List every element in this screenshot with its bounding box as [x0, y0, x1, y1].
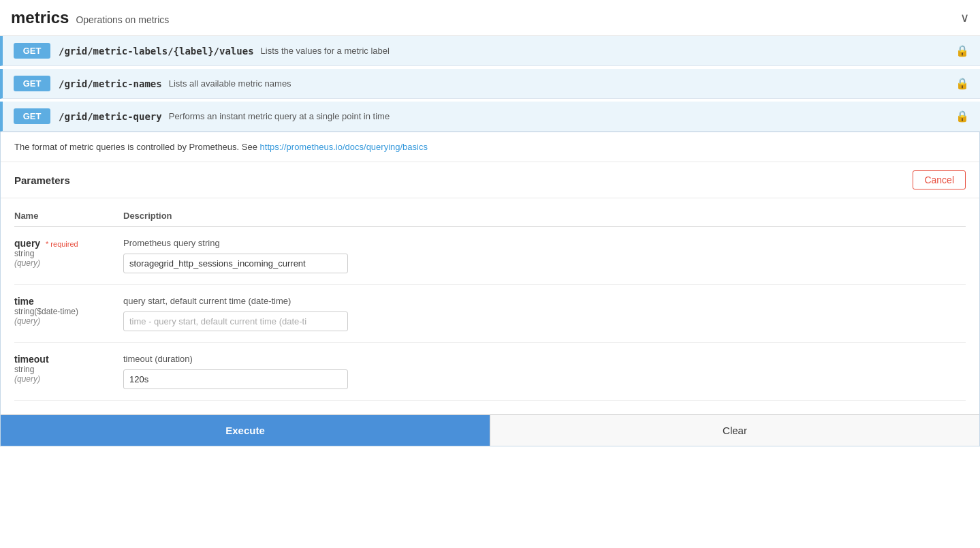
- page-title: metrics: [11, 8, 69, 27]
- clear-button[interactable]: Clear: [490, 415, 979, 446]
- prometheus-link[interactable]: https://prometheus.io/docs/querying/basi…: [260, 142, 428, 152]
- param-name-query: query * required: [14, 238, 123, 249]
- method-badge-1: GET: [14, 43, 50, 59]
- lock-icon-2: 🔒: [955, 77, 969, 90]
- lock-icon-1: 🔒: [955, 44, 969, 57]
- param-row-timeout: timeout string (query) timeout (duration…: [14, 343, 966, 401]
- method-badge-2: GET: [14, 76, 50, 91]
- endpoint-row-3[interactable]: GET /grid/metric-query Performs an insta…: [0, 102, 980, 132]
- action-bar: Execute Clear: [1, 414, 979, 446]
- endpoint-desc-1: Lists the values for a metric label: [261, 46, 390, 56]
- param-desc-time: query start, default current time (date-…: [123, 296, 966, 306]
- info-text: The format of metric queries is controll…: [14, 142, 260, 152]
- expanded-panel: The format of metric queries is controll…: [0, 132, 980, 446]
- param-type-query: string: [14, 249, 123, 258]
- param-desc-col-timeout: timeout (duration): [123, 354, 966, 389]
- param-row-query: query * required string (query) Promethe…: [14, 227, 966, 285]
- page-subtitle: Operations on metrics: [76, 14, 169, 25]
- method-badge-3: GET: [14, 108, 50, 124]
- col-header-name: Name: [14, 211, 123, 221]
- param-desc-timeout: timeout (duration): [123, 354, 966, 364]
- col-header-description: Description: [123, 211, 966, 221]
- cancel-button[interactable]: Cancel: [913, 170, 966, 189]
- param-desc-col-query: Prometheus query string: [123, 238, 966, 273]
- params-col-headers: Name Description: [14, 205, 966, 227]
- param-location-query: (query): [14, 258, 123, 268]
- param-desc-col-time: query start, default current time (date-…: [123, 296, 966, 331]
- header-left: metrics Operations on metrics: [11, 8, 169, 27]
- time-input[interactable]: [123, 311, 348, 331]
- param-location-timeout: (query): [14, 374, 123, 384]
- param-name-col-timeout: timeout string (query): [14, 354, 123, 384]
- lock-icon-3: 🔒: [955, 110, 969, 123]
- param-location-time: (query): [14, 316, 123, 326]
- chevron-down-icon[interactable]: ∨: [960, 10, 969, 25]
- param-name-col-time: time string($date-time) (query): [14, 296, 123, 326]
- params-title: Parameters: [14, 174, 70, 186]
- param-type-timeout: string: [14, 365, 123, 374]
- page-header: metrics Operations on metrics ∨: [0, 0, 980, 36]
- endpoint-desc-3: Performs an instant metric query at a si…: [169, 111, 390, 121]
- timeout-input[interactable]: [123, 369, 348, 389]
- endpoint-path-3: /grid/metric-query: [59, 111, 162, 122]
- params-table: Name Description query * required string…: [1, 198, 979, 408]
- params-header: Parameters Cancel: [1, 162, 979, 198]
- param-desc-query: Prometheus query string: [123, 238, 966, 248]
- endpoint-path-1: /grid/metric-labels/{label}/values: [59, 46, 254, 57]
- query-input[interactable]: [123, 254, 348, 273]
- param-name-col-query: query * required string (query): [14, 238, 123, 268]
- endpoint-path-2: /grid/metric-names: [59, 78, 162, 89]
- execute-button[interactable]: Execute: [1, 415, 490, 446]
- param-row-time: time string($date-time) (query) query st…: [14, 285, 966, 343]
- endpoint-row-2[interactable]: GET /grid/metric-names Lists all availab…: [0, 69, 980, 99]
- endpoint-desc-2: Lists all available metric names: [169, 78, 291, 89]
- info-bar: The format of metric queries is controll…: [1, 132, 979, 162]
- param-type-time: string($date-time): [14, 307, 123, 316]
- endpoint-row-1[interactable]: GET /grid/metric-labels/{label}/values L…: [0, 36, 980, 66]
